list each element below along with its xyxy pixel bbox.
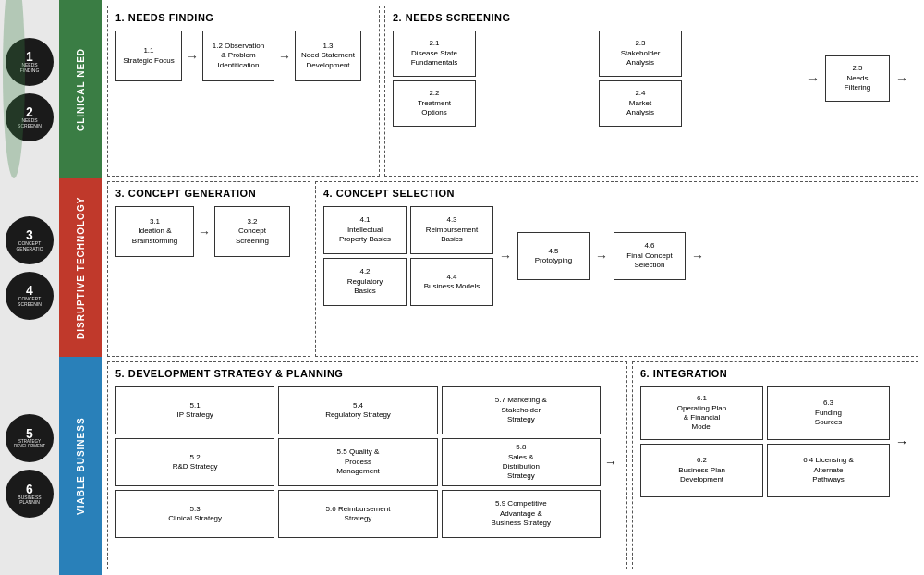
box-2-4: 2.4MarketAnalysis <box>599 80 682 127</box>
box-6-4: 6.4 Licensing &AlternatePathways <box>767 444 890 497</box>
sidebar: 1 NEEDSFINDING 2 NEEDSSCREENIN CLINICAL … <box>0 0 102 575</box>
box-4-1: 4.1IntellectualProperty Basics <box>323 206 407 254</box>
box-5-9: 5.9 CompetitiveAdvantage &Business Strat… <box>442 490 601 538</box>
section-3: 3. CONCEPT GENERATION 3.1Ideation &Brain… <box>107 181 310 357</box>
box-5-2: 5.2R&D Strategy <box>116 438 274 486</box>
sidebar-section-disruptive: 3 CONCEPTGENERATIO 4 CONCEPTSCREENIN DIS… <box>0 178 102 357</box>
circle-4: 4 CONCEPTSCREENIN <box>6 272 54 320</box>
box-3-1: 3.1Ideation &Brainstorming <box>116 206 194 257</box>
box-6-1: 6.1Operating Plan& FinancialModel <box>640 386 763 440</box>
box-6-2: 6.2Business PlanDevelopment <box>640 444 763 497</box>
sidebar-label-viable: VIABLE BUSINESS <box>59 357 102 575</box>
arrow-4-mid: → <box>499 249 512 263</box>
section-5-flow: 5.1IP Strategy 5.4Regulatory Strategy 5.… <box>116 386 619 538</box>
box-2-5: 2.5NeedsFiltering <box>825 55 890 102</box>
box-1-1: 1.1Strategic Focus <box>116 31 182 81</box>
arrow-2: → <box>278 49 291 64</box>
box-4-5: 4.5Prototyping <box>517 232 590 280</box>
section-4-grid: 4.1IntellectualProperty Basics 4.3Reimbu… <box>323 206 493 306</box>
box-5-7: 5.7 Marketing &StakeholderStrategy <box>442 386 601 434</box>
arrow-5-out: → <box>604 455 617 470</box>
section-1: 1. NEEDS FINDING 1.1Strategic Focus → 1.… <box>107 6 380 177</box>
top-row: 1. NEEDS FINDING 1.1Strategic Focus → 1.… <box>107 6 918 177</box>
section-3-title: 3. CONCEPT GENERATION <box>116 188 302 199</box>
section-4: 4. CONCEPT SELECTION 4.1IntellectualProp… <box>315 181 918 357</box>
box-4-6: 4.6Final ConceptSelection <box>614 232 686 280</box>
section-6-flow: 6.1Operating Plan& FinancialModel 6.3Fun… <box>640 386 910 497</box>
section-6-grid: 6.1Operating Plan& FinancialModel 6.3Fun… <box>640 386 890 497</box>
section-1-flow: 1.1Strategic Focus → 1.2 Observation& Pr… <box>116 31 371 81</box>
main-content: 1. NEEDS FINDING 1.1Strategic Focus → 1.… <box>102 0 924 575</box>
sidebar-label-disruptive: DISRUPTIVE TECHNOLOGY <box>59 178 102 357</box>
box-4-4: 4.4Business Models <box>410 258 493 306</box>
box-6-3: 6.3FundingSources <box>767 386 890 440</box>
arrow-1: → <box>186 49 199 64</box>
box-5-3: 5.3Clinical Strategy <box>116 490 274 538</box>
box-5-1: 5.1IP Strategy <box>116 386 274 434</box>
mid-row: 3. CONCEPT GENERATION 3.1Ideation &Brain… <box>107 181 918 357</box>
box-3-2: 3.2ConceptScreening <box>214 206 290 257</box>
box-4-3: 4.3ReimbursementBasics <box>410 206 493 254</box>
box-5-8: 5.8Sales &DistributionStrategy <box>442 438 601 486</box>
box-5-4: 5.4Regulatory Strategy <box>278 386 437 434</box>
arrow-6-out: → <box>895 434 908 449</box>
section-4-title: 4. CONCEPT SELECTION <box>323 188 910 199</box>
arrow-2-out: → <box>895 71 908 86</box>
box-2-3: 2.3StakeholderAnalysis <box>599 31 682 77</box>
section-5-grid: 5.1IP Strategy 5.4Regulatory Strategy 5.… <box>116 386 601 538</box>
sidebar-section-clinical: 1 NEEDSFINDING 2 NEEDSSCREENIN CLINICAL … <box>0 0 102 178</box>
box-1-3: 1.3Need StatementDevelopment <box>295 31 361 81</box>
section-4-flow: 4.1IntellectualProperty Basics 4.3Reimbu… <box>323 206 910 306</box>
box-2-1: 2.1Disease StateFundamentals <box>393 31 476 77</box>
arrow-3: → <box>198 225 211 239</box>
circle-6: 6 BUSINESSPLANNIN <box>6 470 54 518</box>
section-2-grid: 2.1Disease StateFundamentals 2.3Stakehol… <box>393 31 801 127</box>
section-2-title: 2. NEEDS SCREENING <box>393 12 910 23</box>
section-5: 5. DEVELOPMENT STRATEGY & PLANNING 5.1IP… <box>107 361 627 569</box>
section-5-title: 5. DEVELOPMENT STRATEGY & PLANNING <box>116 368 619 379</box>
box-2-2: 2.2TreatmentOptions <box>393 80 476 127</box>
arrow-2-right: → <box>807 71 820 86</box>
sidebar-section-viable: 5 STRATEGYDEVELOPMENT 6 BUSINESSPLANNIN … <box>0 357 102 575</box>
box-1-2: 1.2 Observation& ProblemIdentification <box>202 31 274 81</box>
arrow-4-right: → <box>595 249 608 263</box>
circle-3: 3 CONCEPTGENERATIO <box>6 216 54 264</box>
circle-5: 5 STRATEGYDEVELOPMENT <box>6 414 54 462</box>
section-2-flow: 2.1Disease StateFundamentals 2.3Stakehol… <box>393 31 910 127</box>
section-1-title: 1. NEEDS FINDING <box>116 12 371 23</box>
section-3-flow: 3.1Ideation &Brainstorming → 3.2ConceptS… <box>116 206 302 257</box>
arrow-4-out: → <box>691 249 704 263</box>
section-2: 2. NEEDS SCREENING 2.1Disease StateFunda… <box>384 6 918 177</box>
sidebar-label-clinical: CLINICAL NEED <box>59 0 102 178</box>
box-5-5: 5.5 Quality &ProcessManagement <box>278 438 437 486</box>
box-5-6: 5.6 ReimbursementStrategy <box>278 490 437 538</box>
bot-row: 5. DEVELOPMENT STRATEGY & PLANNING 5.1IP… <box>107 361 918 569</box>
section-6: 6. INTEGRATION 6.1Operating Plan& Financ… <box>632 361 918 569</box>
section-6-title: 6. INTEGRATION <box>640 368 910 379</box>
box-4-2: 4.2RegulatoryBasics <box>323 258 407 306</box>
